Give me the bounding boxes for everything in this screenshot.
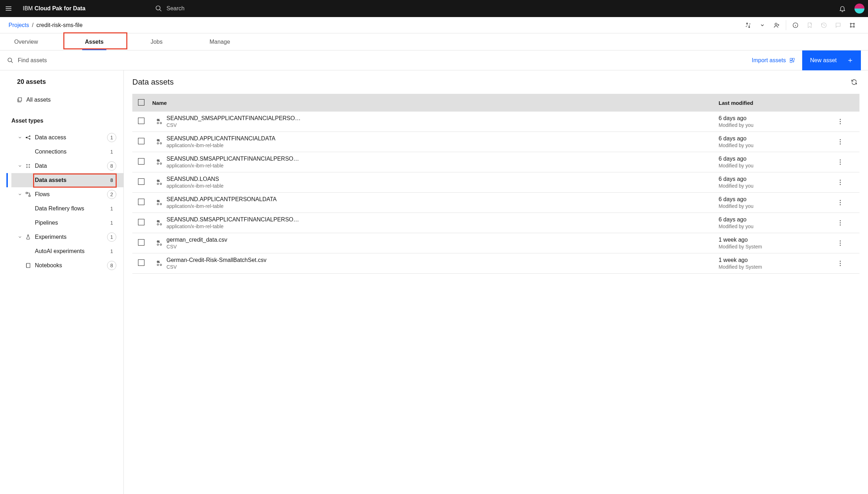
svg-text:01: 01: [157, 119, 160, 121]
overflow-icon: [840, 119, 841, 124]
table-row[interactable]: 01SEANSUND.SMSAPPLICANTFINANCIALPERSONAL…: [132, 152, 859, 172]
table-row[interactable]: 01SEANSUND.APPLICANTPERSONALDATAapplicat…: [132, 193, 859, 213]
modified-by: Modified by you: [719, 183, 840, 189]
row-checkbox[interactable]: [138, 259, 144, 266]
tree-data-access[interactable]: Data access 1: [11, 130, 123, 145]
row-checkbox[interactable]: [138, 158, 144, 165]
row-checkbox[interactable]: [138, 199, 144, 205]
svg-text:01: 01: [157, 159, 160, 162]
settings-button[interactable]: [845, 18, 859, 32]
row-menu-button[interactable]: [840, 220, 854, 226]
add-collaborator-button[interactable]: [769, 18, 784, 32]
tree-label: Data access: [35, 134, 107, 141]
col-modified[interactable]: Last modified: [719, 100, 840, 106]
tree-label: AutoAI experiments: [35, 248, 107, 254]
select-all-checkbox[interactable]: [138, 99, 144, 106]
svg-point-54: [160, 224, 162, 225]
content-title: Data assets: [132, 77, 174, 87]
table-row[interactable]: 01SEANSUND.LOANSapplication/x-ibm-rel-ta…: [132, 172, 859, 193]
svg-point-68: [840, 263, 841, 264]
svg-rect-10: [790, 60, 792, 62]
svg-point-45: [840, 184, 841, 185]
row-menu-button[interactable]: [840, 159, 854, 165]
refresh-icon: [851, 79, 857, 85]
table-row[interactable]: 01SEANSUND.APPLICANTFINANCIALDATAapplica…: [132, 132, 859, 152]
modified-time: 1 week ago: [719, 237, 840, 243]
assets-toolbar: Import assets New asset: [0, 50, 868, 70]
sidebar-all-assets[interactable]: All assets: [11, 93, 123, 107]
modified-time: 1 week ago: [719, 257, 840, 263]
svg-point-13: [29, 135, 30, 136]
hamburger-menu[interactable]: [0, 0, 17, 17]
svg-point-48: [160, 203, 162, 205]
svg-point-31: [840, 139, 841, 140]
tab-jobs[interactable]: Jobs: [145, 33, 168, 50]
modified-time: 6 days ago: [719, 196, 840, 203]
avatar-button[interactable]: [851, 0, 868, 17]
brand-prefix: IBM: [23, 5, 33, 11]
svg-point-55: [840, 220, 841, 221]
row-checkbox[interactable]: [138, 138, 144, 144]
tree-autoai[interactable]: AutoAI experiments 1: [11, 244, 123, 258]
tree-pipelines[interactable]: Pipelines 1: [11, 216, 123, 230]
svg-point-36: [160, 163, 162, 164]
info-button[interactable]: [788, 18, 803, 32]
tree-connections[interactable]: Connections 1: [11, 145, 123, 159]
tree-data-assets[interactable]: Data assets 8: [11, 173, 123, 187]
row-menu-button[interactable]: [840, 119, 854, 124]
svg-point-67: [840, 261, 841, 262]
asset-subtype: application/x-ibm-rel-table: [166, 163, 719, 168]
tree-count: 2: [107, 190, 116, 199]
tree-refinery[interactable]: Data Refinery flows 1: [11, 202, 123, 216]
row-menu-button[interactable]: [840, 240, 854, 246]
svg-point-4: [853, 23, 854, 24]
comment-button[interactable]: [831, 18, 845, 32]
table-row[interactable]: 01german_credit_data.csvCSV1 week agoMod…: [132, 233, 859, 253]
search-input[interactable]: [166, 5, 273, 12]
global-search[interactable]: [155, 0, 834, 17]
row-checkbox[interactable]: [138, 239, 144, 246]
tree-notebooks[interactable]: Notebooks 8: [11, 258, 123, 273]
svg-text:01: 01: [157, 220, 160, 222]
row-checkbox[interactable]: [138, 178, 144, 185]
find-assets[interactable]: [7, 57, 89, 64]
export-dropdown[interactable]: [755, 18, 769, 32]
table-row[interactable]: 01SEANSUND_SMSAPPLICANTFINANCIALPERSONAL…: [132, 112, 859, 132]
svg-point-51: [840, 204, 841, 205]
row-menu-button[interactable]: [840, 261, 854, 266]
bookmark-button[interactable]: [803, 18, 817, 32]
row-menu-button[interactable]: [840, 200, 854, 205]
table-row[interactable]: 01German-Credit-Risk-SmallBatchSet.csvCS…: [132, 253, 859, 274]
tab-assets[interactable]: Assets: [79, 33, 109, 50]
tree-data[interactable]: Data 8: [11, 159, 123, 173]
new-asset-button[interactable]: New asset: [802, 50, 861, 70]
tree-flows[interactable]: Flows 2: [11, 187, 123, 202]
history-button[interactable]: [817, 18, 831, 32]
tab-manage[interactable]: Manage: [204, 33, 236, 50]
export-button[interactable]: [741, 18, 755, 32]
import-assets-button[interactable]: Import assets: [745, 57, 802, 64]
brand: IBM Cloud Pak for Data: [17, 5, 91, 12]
asset-name: German-Credit-Risk-SmallBatchSet.csv: [166, 257, 302, 263]
tab-overview[interactable]: Overview: [9, 33, 44, 50]
breadcrumb-root[interactable]: Projects: [9, 22, 29, 28]
svg-point-47: [157, 203, 159, 205]
tree-experiments[interactable]: Experiments 1: [11, 230, 123, 244]
asset-name: SEANSUND_SMSAPPLICANTFINANCIALPERSONALLO…: [166, 115, 302, 122]
svg-point-1: [775, 23, 777, 25]
row-checkbox[interactable]: [138, 219, 144, 225]
svg-point-41: [157, 183, 159, 184]
new-asset-label: New asset: [810, 57, 837, 64]
row-menu-button[interactable]: [840, 139, 854, 145]
notifications-button[interactable]: [834, 0, 851, 17]
row-menu-button[interactable]: [840, 179, 854, 185]
import-icon: [789, 58, 795, 63]
find-input[interactable]: [18, 57, 89, 64]
svg-rect-11: [18, 98, 21, 101]
search-icon: [155, 5, 162, 12]
refresh-button[interactable]: [849, 77, 859, 87]
col-name[interactable]: Name: [152, 100, 719, 106]
table-row[interactable]: 01SEANSUND.SMSAPPLICANTFINANCIALPERSONAL…: [132, 213, 859, 233]
row-checkbox[interactable]: [138, 118, 144, 124]
svg-point-57: [840, 225, 841, 226]
